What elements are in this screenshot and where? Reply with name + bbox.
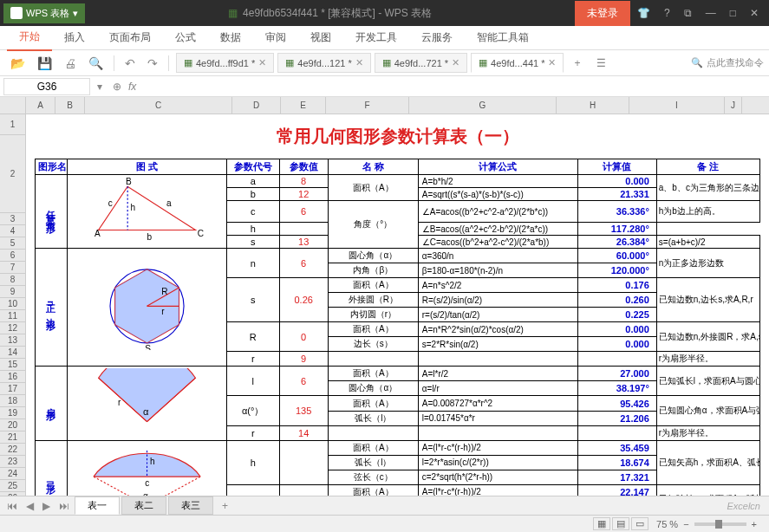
- doc-tab[interactable]: ▦4e9fd...441 *✕: [471, 53, 564, 73]
- save-icon[interactable]: 💾: [32, 53, 57, 74]
- sheet-tab[interactable]: 表一: [75, 496, 120, 515]
- zoom-slider[interactable]: [694, 522, 746, 526]
- add-tab-button[interactable]: +: [567, 54, 587, 73]
- row-header[interactable]: 11: [0, 310, 25, 322]
- doc-tab[interactable]: ▦4e9fd...121 *✕: [277, 53, 370, 73]
- menu-云服务[interactable]: 云服务: [409, 25, 465, 50]
- param-val[interactable]: 6: [279, 249, 328, 278]
- param-code[interactable]: s: [226, 278, 279, 322]
- add-sheet-button[interactable]: +: [215, 498, 235, 514]
- menu-智能工具箱[interactable]: 智能工具箱: [465, 25, 541, 50]
- param-code[interactable]: b: [226, 188, 279, 201]
- login-button[interactable]: 未登录: [575, 1, 630, 26]
- param-code[interactable]: c: [226, 201, 279, 223]
- param-val[interactable]: 135: [279, 396, 328, 425]
- tab-list-button[interactable]: ☰: [590, 54, 613, 73]
- param-code[interactable]: R: [226, 322, 279, 352]
- row-header[interactable]: 12: [0, 322, 25, 334]
- view-break-button[interactable]: ▭: [631, 517, 648, 530]
- zoom-label[interactable]: 75 %: [656, 519, 678, 529]
- row-header[interactable]: 6: [0, 250, 25, 262]
- view-normal-button[interactable]: ▦: [593, 517, 610, 530]
- sheet-prev-icon[interactable]: ◀: [23, 500, 37, 512]
- print-icon[interactable]: 🖨: [59, 53, 81, 74]
- col-header[interactable]: C: [85, 97, 232, 114]
- sheet-first-icon[interactable]: ⏮: [3, 500, 21, 512]
- undo-icon[interactable]: ↶: [120, 53, 140, 74]
- row-header[interactable]: 19: [0, 407, 25, 419]
- param-code[interactable]: h: [226, 223, 279, 236]
- param-val[interactable]: 0: [279, 322, 328, 352]
- function-icon[interactable]: ⊕: [106, 81, 128, 93]
- doc-tab[interactable]: ▦4e9fd...721 *✕: [375, 53, 467, 73]
- col-header[interactable]: A: [26, 97, 55, 114]
- row-header[interactable]: 2: [0, 135, 25, 213]
- close-tab-icon[interactable]: ✕: [258, 57, 266, 68]
- param-val[interactable]: 8: [279, 175, 328, 188]
- skin-icon[interactable]: 👕: [630, 2, 657, 24]
- param-code[interactable]: r: [226, 352, 279, 367]
- param-code[interactable]: h: [226, 440, 279, 484]
- row-header[interactable]: 25: [0, 480, 25, 492]
- col-header[interactable]: J: [725, 97, 742, 114]
- open-icon[interactable]: 📂: [5, 53, 30, 74]
- row-header[interactable]: 5: [0, 237, 25, 250]
- col-header[interactable]: F: [326, 97, 409, 114]
- row-header[interactable]: 23: [0, 456, 25, 468]
- param-val[interactable]: 6: [279, 201, 328, 223]
- param-val[interactable]: [279, 440, 328, 484]
- param-val[interactable]: 9: [279, 352, 328, 367]
- menu-视图[interactable]: 视图: [298, 25, 343, 50]
- zoom-in-button[interactable]: +: [752, 519, 757, 529]
- row-header[interactable]: 16: [0, 371, 25, 383]
- row-header[interactable]: 21: [0, 431, 25, 444]
- close-tab-icon[interactable]: ✕: [452, 57, 459, 68]
- name-box[interactable]: G36: [3, 78, 90, 95]
- sheet-last-icon[interactable]: ⏭: [55, 500, 73, 512]
- param-code[interactable]: α(°）: [226, 396, 279, 425]
- menu-开发工具[interactable]: 开发工具: [343, 25, 409, 50]
- row-header[interactable]: 1: [0, 114, 25, 135]
- command-search[interactable]: 🔍 点此查找命令: [691, 56, 764, 69]
- maximize-icon[interactable]: □: [723, 2, 743, 24]
- menu-插入[interactable]: 插入: [52, 25, 97, 50]
- param-code[interactable]: s: [226, 236, 279, 249]
- menu-公式[interactable]: 公式: [163, 25, 208, 50]
- zoom-out-button[interactable]: −: [683, 519, 688, 529]
- row-header[interactable]: 4: [0, 225, 25, 237]
- param-val[interactable]: 6: [279, 367, 328, 396]
- menu-页面布局[interactable]: 页面布局: [97, 25, 163, 50]
- menu-数据[interactable]: 数据: [208, 25, 253, 50]
- col-header[interactable]: E: [281, 97, 326, 114]
- preview-icon[interactable]: 🔍: [83, 53, 108, 74]
- param-val[interactable]: 0.26: [279, 278, 328, 322]
- param-code[interactable]: l: [226, 367, 279, 396]
- namebox-dropdown-icon[interactable]: ▾: [94, 81, 106, 93]
- close-icon[interactable]: ✕: [743, 2, 766, 24]
- close-tab-icon[interactable]: ✕: [355, 57, 363, 68]
- sheet-next-icon[interactable]: ▶: [39, 500, 54, 512]
- param-val[interactable]: 13: [279, 236, 328, 249]
- row-header[interactable]: 18: [0, 395, 25, 407]
- close-tab-icon[interactable]: ✕: [548, 57, 556, 68]
- redo-icon[interactable]: ↷: [142, 53, 163, 74]
- col-header[interactable]: B: [55, 97, 85, 114]
- col-header[interactable]: H: [557, 97, 629, 114]
- row-header[interactable]: 13: [0, 334, 25, 347]
- menu-开始[interactable]: 开始: [7, 24, 52, 51]
- row-header[interactable]: 8: [0, 274, 25, 286]
- view-page-button[interactable]: ▤: [612, 517, 629, 530]
- param-val[interactable]: 14: [279, 425, 328, 440]
- row-header[interactable]: 10: [0, 298, 25, 310]
- doc-tab[interactable]: ▦4e9fd...ff9d1 *✕: [176, 53, 274, 73]
- row-header[interactable]: 24: [0, 468, 25, 480]
- row-header[interactable]: 14: [0, 347, 25, 359]
- row-header[interactable]: 20: [0, 419, 25, 431]
- row-header[interactable]: 7: [0, 262, 25, 274]
- formula-input[interactable]: [141, 79, 769, 94]
- sheet-tab[interactable]: 表三: [168, 496, 213, 515]
- select-all-corner[interactable]: [0, 97, 25, 114]
- param-val[interactable]: [279, 223, 328, 236]
- restore-icon[interactable]: ⧉: [677, 2, 699, 24]
- col-header[interactable]: G: [409, 97, 557, 114]
